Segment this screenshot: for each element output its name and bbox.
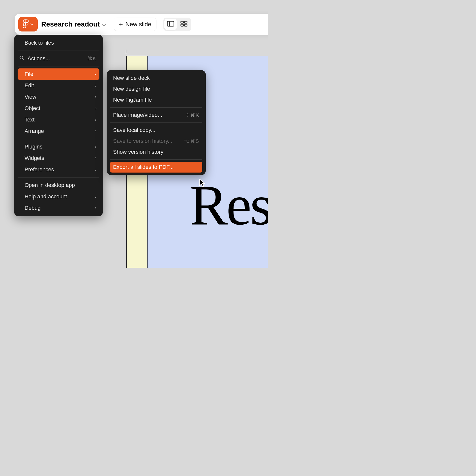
grid-view-button[interactable]	[178, 19, 190, 30]
menu-item-back[interactable]: Back to files	[14, 37, 103, 49]
svg-rect-6	[184, 24, 187, 26]
menu-separator	[110, 122, 202, 123]
menu-item-label: Show version history	[113, 149, 163, 155]
submenu-item-new-design-file[interactable]: New design file	[107, 84, 206, 94]
menu-shortcut: ⇧⌘K	[185, 112, 199, 118]
search-icon	[19, 55, 24, 62]
submenu-item-export-pdf[interactable]: Export all slides to PDF...	[110, 162, 202, 173]
svg-rect-1	[167, 21, 174, 26]
menu-item-label: New FigJam file	[113, 97, 152, 103]
menu-item-label: View	[25, 94, 36, 100]
file-submenu: New slide deck New design file New FigJa…	[107, 70, 206, 175]
menu-separator	[110, 159, 202, 160]
chevron-right-icon: ›	[95, 72, 96, 76]
menu-item-plugins[interactable]: Plugins ›	[14, 141, 103, 152]
menu-item-label: Open in desktop app	[25, 182, 75, 188]
menu-item-widgets[interactable]: Widgets ›	[14, 152, 103, 164]
menu-separator	[110, 107, 202, 108]
submenu-item-place-image[interactable]: Place image/video... ⇧⌘K	[107, 110, 206, 120]
menu-separator	[18, 139, 99, 139]
chevron-right-icon: ›	[95, 118, 96, 122]
menu-item-label: Widgets	[25, 155, 44, 161]
menu-item-object[interactable]: Object ›	[14, 103, 103, 114]
menu-item-text[interactable]: Text ›	[14, 114, 103, 125]
chevron-right-icon: ›	[95, 145, 96, 149]
svg-rect-5	[181, 24, 183, 26]
chevron-right-icon: ›	[95, 206, 96, 210]
figma-menu-button[interactable]	[18, 17, 38, 31]
menu-item-actions[interactable]: Actions... ⌘K	[14, 53, 103, 64]
menu-item-open-desktop[interactable]: Open in desktop app	[14, 179, 103, 191]
submenu-item-save-local[interactable]: Save local copy...	[107, 125, 206, 136]
chevron-right-icon: ›	[95, 129, 96, 133]
submenu-item-save-version: Save to version history... ⌥⌘S	[107, 136, 206, 147]
menu-item-edit[interactable]: Edit ›	[14, 80, 103, 91]
single-view-button[interactable]	[164, 19, 177, 30]
menu-item-label: Actions...	[28, 55, 50, 62]
new-slide-button[interactable]: + New slide	[114, 18, 156, 31]
menu-item-label: Save to version history...	[113, 138, 172, 144]
menu-item-debug[interactable]: Debug ›	[14, 202, 103, 214]
chevron-right-icon: ›	[95, 95, 96, 99]
menu-separator	[18, 177, 99, 178]
view-mode-toggle	[163, 18, 191, 31]
plus-icon: +	[119, 21, 123, 28]
menu-item-label: Place image/video...	[113, 112, 162, 118]
menu-separator	[18, 51, 99, 51]
menu-item-label: Export all slides to PDF...	[113, 164, 174, 170]
chevron-right-icon: ›	[95, 156, 96, 160]
menu-item-arrange[interactable]: Arrange ›	[14, 125, 103, 137]
new-slide-label: New slide	[125, 21, 151, 28]
submenu-item-show-version[interactable]: Show version history	[107, 147, 206, 157]
chevron-down-icon	[30, 22, 33, 26]
menu-item-label: Plugins	[25, 144, 42, 150]
menu-item-label: New design file	[113, 86, 150, 92]
submenu-item-new-slide-deck[interactable]: New slide deck	[107, 73, 206, 84]
menu-item-label: Edit	[25, 82, 34, 89]
chevron-right-icon: ›	[95, 194, 96, 199]
menu-separator	[18, 66, 99, 66]
svg-line-8	[23, 59, 24, 60]
menu-item-label: Object	[25, 105, 40, 112]
submenu-item-new-figjam-file[interactable]: New FigJam file	[107, 94, 206, 105]
top-toolbar: Research readout + New slide	[15, 14, 268, 35]
chevron-right-icon: ›	[95, 83, 96, 88]
menu-item-view[interactable]: View ›	[14, 91, 103, 103]
menu-item-label: File	[25, 71, 33, 77]
menu-item-label: Help and account	[25, 193, 67, 200]
main-menu: Back to files Actions... ⌘K File › Edit …	[14, 35, 103, 216]
menu-item-label: Save local copy...	[113, 127, 155, 133]
chevron-right-icon: ›	[95, 167, 96, 172]
svg-rect-3	[181, 21, 183, 23]
menu-item-label: Debug	[25, 205, 41, 211]
single-slide-icon	[167, 21, 174, 28]
menu-item-label: Arrange	[25, 128, 44, 134]
document-title[interactable]: Research readout	[41, 20, 106, 28]
svg-point-7	[20, 56, 23, 59]
grid-icon	[180, 21, 187, 28]
menu-item-label: Preferences	[25, 166, 54, 173]
chevron-down-icon	[102, 20, 106, 28]
figma-logo-icon	[23, 19, 29, 29]
menu-item-label: Back to files	[25, 40, 54, 46]
menu-shortcut: ⌥⌘S	[184, 138, 199, 144]
slide-number: 1	[124, 48, 127, 55]
mouse-cursor-icon	[198, 178, 207, 187]
menu-shortcut: ⌘K	[87, 56, 96, 61]
menu-item-help[interactable]: Help and account ›	[14, 191, 103, 202]
svg-rect-4	[184, 21, 187, 23]
menu-item-file[interactable]: File ›	[18, 68, 99, 80]
menu-item-preferences[interactable]: Preferences ›	[14, 164, 103, 175]
document-title-text: Research readout	[41, 20, 100, 28]
menu-item-label: New slide deck	[113, 75, 150, 81]
chevron-right-icon: ›	[95, 106, 96, 111]
menu-item-label: Text	[25, 117, 34, 123]
